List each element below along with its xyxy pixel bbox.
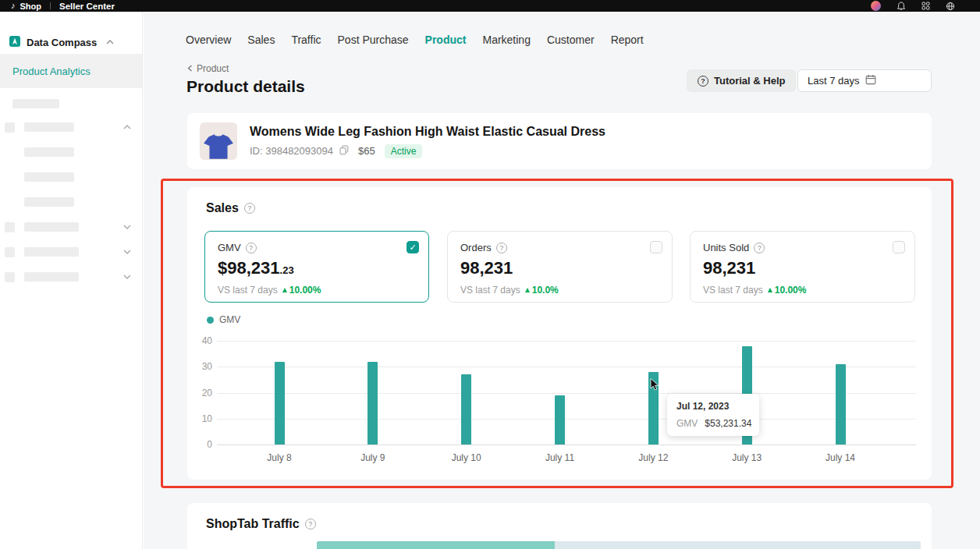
metric-label: Orders	[460, 242, 492, 253]
chart-tooltip: Jul 12, 2023 GMV $53,231.34	[667, 394, 759, 436]
tab-traffic[interactable]: Traffic	[291, 34, 321, 46]
metric-label: Units Sold	[703, 242, 749, 253]
tab-sales[interactable]: Sales	[247, 34, 275, 46]
bar-july-10[interactable]	[461, 374, 471, 445]
info-icon[interactable]	[754, 243, 765, 253]
metric-card-gmv[interactable]: GMV $98,231.23 VS last 7 days 10.00%	[204, 231, 429, 303]
skeleton-bar	[24, 172, 74, 182]
metric-label: GMV	[218, 242, 241, 253]
globe-icon[interactable]	[946, 2, 955, 11]
skeleton-bar	[24, 122, 74, 132]
x-axis-label: July 10	[435, 452, 498, 463]
copy-icon[interactable]	[339, 145, 349, 158]
shop-logo-icon: ♪	[11, 2, 16, 10]
sidebar-active-label: Product Analytics	[12, 66, 91, 77]
tooltip-date: Jul 12, 2023	[676, 401, 750, 412]
orders-checkbox[interactable]	[650, 241, 662, 253]
product-meta: ID: 398482093094 $65 Active	[250, 144, 605, 158]
breadcrumb[interactable]: Product	[187, 63, 229, 74]
bar-july-12[interactable]	[648, 372, 659, 445]
skeleton-bar	[24, 272, 79, 282]
info-icon[interactable]	[244, 203, 255, 214]
sidebar-section-data-compass[interactable]: Data Compass	[0, 30, 142, 54]
gridline	[217, 341, 916, 342]
product-image[interactable]	[200, 122, 237, 160]
tab-report[interactable]: Report	[611, 34, 644, 46]
metric-delta: 10.0%	[525, 285, 559, 296]
back-icon	[187, 63, 193, 74]
x-axis-label: July 12	[622, 452, 684, 463]
tab-product[interactable]: Product	[425, 34, 467, 46]
skeleton-bar	[24, 247, 79, 257]
date-range-select[interactable]: Last 7 days	[797, 69, 932, 92]
y-axis-tick: 10	[190, 413, 212, 425]
x-axis-label: July 11	[529, 452, 591, 463]
tooltip-row: GMV $53,231.34	[676, 418, 750, 429]
metric-label-row: GMV	[218, 242, 416, 253]
brand-name: Shop	[20, 2, 42, 11]
metric-card-units-sold[interactable]: Units Sold 98,231 VS last 7 days 10.00%	[690, 231, 915, 303]
chevron-up-icon	[123, 125, 131, 129]
skeleton-icon	[5, 272, 15, 282]
apps-grid-icon[interactable]	[921, 2, 930, 10]
breadcrumb-label: Product	[197, 63, 229, 74]
gridline	[217, 445, 916, 445]
tab-marketing[interactable]: Marketing	[482, 34, 530, 46]
sidebar-skeleton-item	[0, 115, 142, 140]
vs-label: VS last 7 days	[460, 285, 520, 296]
chart-legend: GMV	[207, 314, 240, 325]
sidebar-skeleton-item	[0, 264, 142, 289]
gridline	[217, 367, 916, 367]
question-circle-icon	[698, 76, 708, 87]
tutorial-help-button[interactable]: Tutorial & Help	[687, 69, 796, 92]
tab-customer[interactable]: Customer	[547, 34, 595, 46]
metric-delta: 10.00%	[768, 285, 807, 296]
metric-label-row: Orders	[460, 242, 659, 253]
screen: ♪ Shop Seller Center Data Compass	[0, 0, 980, 549]
shoptab-traffic-card: ShopTab Traffic	[187, 503, 932, 549]
bar-july-14[interactable]	[836, 364, 846, 445]
brand: ♪ Shop Seller Center	[11, 2, 115, 11]
skeleton-icon	[5, 247, 15, 257]
tab-overview[interactable]: Overview	[186, 34, 231, 46]
info-icon[interactable]	[496, 243, 507, 253]
product-info: Womens Wide Leg Fashion High Waist Elast…	[250, 125, 605, 158]
bar-july-11[interactable]	[555, 395, 565, 445]
sidebar-section-label: Data Compass	[27, 37, 97, 48]
chevron-down-icon	[123, 274, 131, 279]
bar-july-8[interactable]	[275, 362, 285, 445]
sidebar: Data Compass Product Analytics	[0, 12, 143, 549]
arrow-up-icon	[282, 288, 287, 292]
product-summary-card: Womens Wide Leg Fashion High Waist Elast…	[187, 113, 932, 169]
chevron-down-icon	[123, 250, 131, 254]
notification-bell-icon[interactable]	[897, 2, 906, 10]
top-header-bar: ♪ Shop Seller Center	[0, 0, 980, 12]
info-icon[interactable]	[305, 519, 316, 530]
x-axis-label: July 13	[715, 452, 778, 463]
arrow-up-icon	[525, 288, 530, 292]
sidebar-skeleton-item	[0, 189, 142, 214]
tooltip-value: $53,231.34	[705, 418, 751, 429]
tutorial-help-label: Tutorial & Help	[714, 75, 785, 87]
sidebar-skeleton-item	[0, 140, 142, 165]
user-avatar[interactable]	[871, 1, 881, 11]
sidebar-item-product-analytics[interactable]: Product Analytics	[0, 54, 142, 88]
metric-card-orders[interactable]: Orders 98,231 VS last 7 days 10.0%	[447, 231, 673, 303]
x-axis-label: July 14	[809, 452, 872, 463]
metric-value: 98,231	[703, 258, 902, 278]
vs-label: VS last 7 days	[703, 285, 763, 296]
y-axis-tick: 0	[190, 438, 212, 451]
status-badge: Active	[385, 144, 423, 158]
units-sold-checkbox[interactable]	[893, 241, 905, 253]
info-icon[interactable]	[246, 243, 257, 253]
skeleton-icon	[5, 122, 15, 133]
bar-july-9[interactable]	[368, 362, 378, 445]
shoptab-bar-segment-left	[317, 541, 555, 549]
tab-post-purchase[interactable]: Post Purchase	[338, 34, 409, 46]
gmv-checkbox[interactable]	[407, 241, 419, 253]
tooltip-series: GMV	[676, 418, 698, 429]
header-divider	[50, 2, 51, 9]
main-tabs: OverviewSalesTrafficPost PurchaseProduct…	[186, 34, 644, 46]
metric-delta: 10.00%	[282, 285, 321, 296]
arrow-up-icon	[768, 288, 772, 292]
